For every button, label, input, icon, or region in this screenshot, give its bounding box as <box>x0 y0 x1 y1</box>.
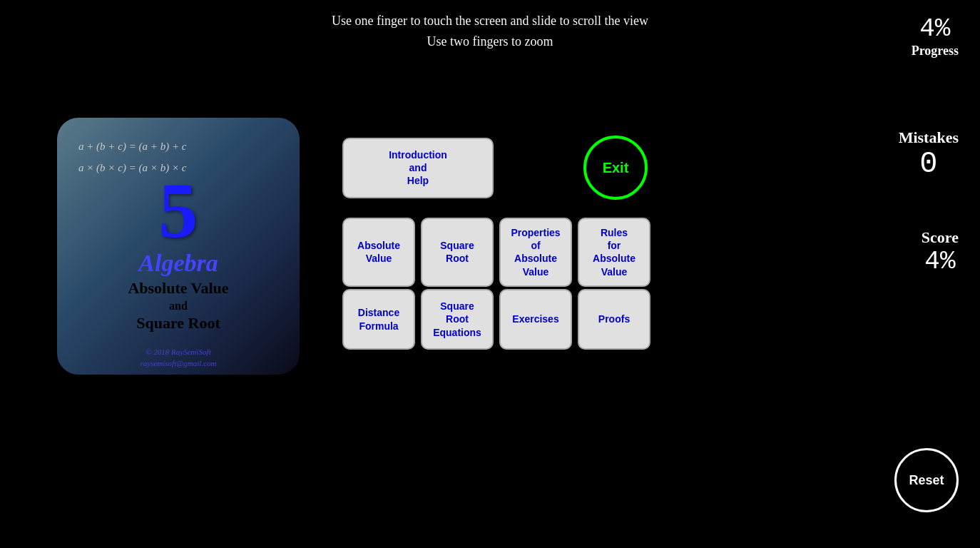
mistakes-label: Mistakes <box>899 128 959 147</box>
distance-formula-button[interactable]: DistanceFormula <box>342 289 415 350</box>
instructions-area: Use one finger to touch the screen and s… <box>332 11 648 52</box>
proofs-button[interactable]: Proofs <box>578 289 650 350</box>
score-value: 4% <box>922 247 959 276</box>
app-icon: a + (b + c) = (a + b) + c a × (b × c) = … <box>57 118 300 375</box>
menu-bot-row: DistanceFormula SquareRootEquations Exer… <box>342 289 650 350</box>
app-icon-subtitle: Absolute Value and Square Root <box>128 278 228 334</box>
score-area: Score 4% <box>922 228 959 276</box>
rules-absolute-value-button[interactable]: RulesforAbsoluteValue <box>578 218 650 287</box>
menu-top-row: IntroductionandHelp Exit <box>342 136 648 200</box>
app-icon-number: 5 <box>159 171 198 250</box>
app-icon-copyright: © 2018 RaySemiSoft raysemisoft@gmail.com <box>141 347 217 369</box>
mistakes-value: 0 <box>899 147 959 181</box>
menu-mid-row: AbsoluteValue SquareRoot PropertiesofAbs… <box>342 218 650 287</box>
instruction-line2: Use two fingers to zoom <box>332 31 648 52</box>
square-root-button[interactable]: SquareRoot <box>421 218 494 287</box>
absolute-value-button[interactable]: AbsoluteValue <box>342 218 415 287</box>
exit-button[interactable]: Exit <box>583 136 648 200</box>
instruction-line1: Use one finger to touch the screen and s… <box>332 11 648 31</box>
properties-absolute-value-button[interactable]: PropertiesofAbsoluteValue <box>499 218 572 287</box>
intro-help-button[interactable]: IntroductionandHelp <box>342 138 494 198</box>
app-icon-algebra-label: Algebra <box>138 250 218 277</box>
exercises-button[interactable]: Exercises <box>499 289 572 350</box>
score-label: Score <box>922 228 959 247</box>
progress-percent: 4% <box>912 14 959 44</box>
reset-button[interactable]: Reset <box>894 448 959 512</box>
progress-area: 4% Progress <box>912 14 959 59</box>
mistakes-area: Mistakes 0 <box>899 128 959 181</box>
square-root-equations-button[interactable]: SquareRootEquations <box>421 289 494 350</box>
progress-label: Progress <box>912 44 959 59</box>
